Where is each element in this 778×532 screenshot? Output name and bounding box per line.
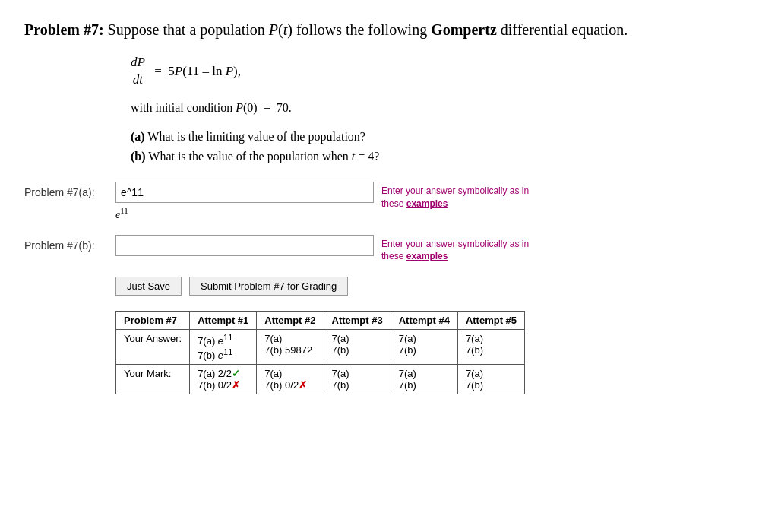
fraction-dP-dt: dP dt (131, 55, 145, 87)
attempt5-mark: 7(a) 7(b) (457, 364, 524, 394)
question-b: (b) What is the value of the population … (131, 150, 754, 163)
col-header-attempt5: Attempt #5 (457, 312, 524, 330)
label-b: Problem #7(b): (24, 235, 115, 252)
problem-number: Problem #7: (24, 21, 104, 38)
input-row-a: Problem #7(a): e11 Enter your answer sym… (24, 182, 754, 221)
attempt3-answer: 7(a) 7(b) (324, 330, 391, 365)
row-label-mark: Your Mark: (116, 364, 190, 394)
input-row-b: Problem #7(b): Enter your answer symboli… (24, 235, 754, 264)
attempt4-answer: 7(a) 7(b) (391, 330, 457, 365)
attempt4-mark: 7(a) 7(b) (391, 364, 457, 394)
table-header-row: Problem #7 Attempt #1 Attempt #2 Attempt… (116, 312, 525, 330)
input-col-b (115, 235, 374, 256)
hint-a: Enter your answer symbolically as in the… (381, 182, 533, 211)
examples-link-b[interactable]: examples (406, 251, 448, 261)
hint-b: Enter your answer symbolically as in the… (381, 235, 533, 264)
examples-link-a[interactable]: examples (406, 198, 448, 209)
questions: (a) What is the limiting value of the po… (131, 130, 754, 163)
problem-title: Problem #7: Suppose that a population P(… (24, 18, 754, 41)
answer-input-b[interactable] (115, 235, 374, 256)
row-label-answer: Your Answer: (116, 330, 190, 365)
question-a: (a) What is the limiting value of the po… (131, 130, 754, 144)
attempt1-mark: 7(a) 2/2✓ 7(b) 0/2✗ (190, 364, 257, 394)
answer-input-a[interactable] (115, 182, 374, 203)
col-header-attempt4: Attempt #4 (391, 312, 457, 330)
attempt2-mark: 7(a) 7(b) 0/2✗ (257, 364, 324, 394)
col-header-attempt2: Attempt #2 (257, 312, 324, 330)
label-a: Problem #7(a): (24, 182, 115, 198)
attempt2-answer: 7(a) 7(b) 59872 (257, 330, 324, 365)
col-header-attempt1: Attempt #1 (190, 312, 257, 330)
col-header-problem: Problem #7 (116, 312, 190, 330)
equation-line: dP dt = 5P(11 – ln P), (131, 55, 754, 87)
table-row-answer: Your Answer: 7(a) e11 7(b) e11 7(a) 7(b)… (116, 330, 525, 365)
input-col-a: e11 (115, 182, 374, 221)
attempt1-answer: 7(a) e11 7(b) e11 (190, 330, 257, 365)
equation-block: dP dt = 5P(11 – ln P), (131, 55, 754, 87)
table-row-mark: Your Mark: 7(a) 2/2✓ 7(b) 0/2✗ 7(a) 7(b)… (116, 364, 525, 394)
attempt5-answer: 7(a) 7(b) (457, 330, 524, 365)
attempt3-mark: 7(a) 7(b) (324, 364, 391, 394)
grade-table: Problem #7 Attempt #1 Attempt #2 Attempt… (115, 311, 525, 394)
initial-condition: with initial condition P(0) = 70. (131, 101, 754, 115)
col-header-attempt3: Attempt #3 (324, 312, 391, 330)
preview-a: e11 (115, 206, 374, 221)
button-row: Just Save Submit Problem #7 for Grading (115, 277, 754, 296)
submit-button[interactable]: Submit Problem #7 for Grading (189, 277, 348, 296)
save-button[interactable]: Just Save (115, 277, 182, 296)
